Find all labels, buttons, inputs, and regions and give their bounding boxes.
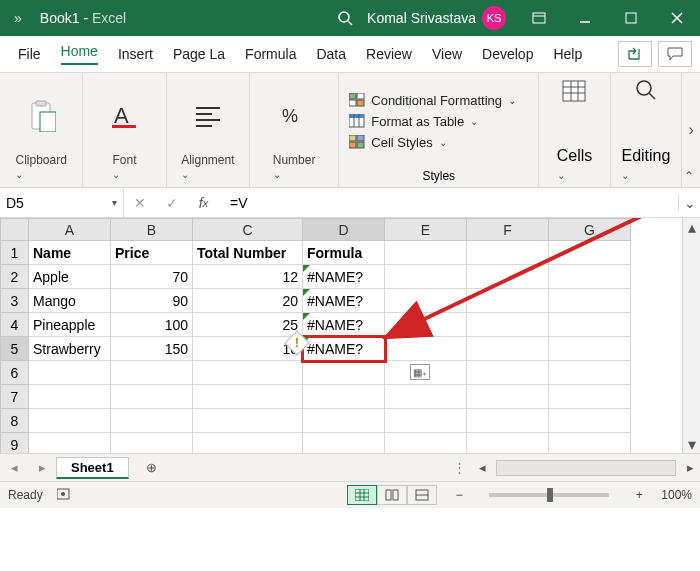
cell-F1[interactable] (467, 241, 549, 265)
worksheet-grid[interactable]: A B C D E F G 1 Name Price Total Number … (0, 218, 700, 454)
cell-E3[interactable] (385, 289, 467, 313)
row-header-9[interactable]: 9 (1, 433, 29, 455)
col-header-F[interactable]: F (467, 219, 549, 241)
name-box[interactable]: D5▾ (0, 188, 124, 217)
close-button[interactable] (654, 0, 700, 36)
tab-developer[interactable]: Develop (472, 36, 543, 72)
enter-formula-button[interactable]: ✓ (156, 188, 188, 217)
row-header-2[interactable]: 2 (1, 265, 29, 289)
next-sheet-button[interactable]: ▸ (28, 460, 56, 475)
tab-formulas[interactable]: Formula (235, 36, 306, 72)
view-page-break-button[interactable] (407, 485, 437, 505)
sheet-tab-sheet1[interactable]: Sheet1 (56, 457, 129, 479)
cell-C3[interactable]: 20 (193, 289, 303, 313)
cell-A4[interactable]: Pineapple (29, 313, 111, 337)
view-page-layout-button[interactable] (377, 485, 407, 505)
conditional-formatting-button[interactable]: Conditional Formatting ⌄ (349, 93, 528, 108)
comments-button[interactable] (658, 41, 692, 67)
zoom-level[interactable]: 100% (661, 488, 692, 502)
autofill-options-button[interactable]: ▦₊ (410, 364, 430, 380)
editing-button[interactable] (635, 79, 657, 105)
cell-B2[interactable]: 70 (111, 265, 193, 289)
col-header-A[interactable]: A (29, 219, 111, 241)
row-header-3[interactable]: 3 (1, 289, 29, 313)
tab-data[interactable]: Data (306, 36, 356, 72)
col-header-C[interactable]: C (193, 219, 303, 241)
zoom-slider[interactable] (489, 493, 609, 497)
cell-G3[interactable] (549, 289, 631, 313)
tab-file[interactable]: File (8, 36, 51, 72)
row-header-7[interactable]: 7 (1, 385, 29, 409)
scroll-left-icon[interactable]: ◂ (472, 460, 492, 475)
cancel-formula-button[interactable]: ✕ (124, 188, 156, 217)
col-header-G[interactable]: G (549, 219, 631, 241)
paste-button[interactable] (26, 79, 56, 153)
alignment-button[interactable] (194, 79, 222, 153)
font-button[interactable]: A (110, 79, 138, 153)
chevron-down-icon[interactable]: ⌄ (112, 169, 120, 180)
row-header-5[interactable]: 5 (1, 337, 29, 361)
vertical-scrollbar[interactable]: ▴ ▾ (682, 218, 700, 453)
select-all-button[interactable] (1, 219, 29, 241)
cell-F5[interactable] (467, 337, 549, 361)
macro-record-icon[interactable] (57, 488, 73, 503)
number-button[interactable]: % (280, 79, 308, 153)
cell-A5[interactable]: Strawberry (29, 337, 111, 361)
cell-D5[interactable]: #NAME? (303, 337, 385, 361)
tab-insert[interactable]: Insert (108, 36, 163, 72)
row-header-1[interactable]: 1 (1, 241, 29, 265)
user-avatar[interactable]: KS (482, 6, 506, 30)
search-icon[interactable] (337, 10, 353, 26)
cell-E1[interactable] (385, 241, 467, 265)
ribbon-display-button[interactable] (516, 0, 562, 36)
cell-F3[interactable] (467, 289, 549, 313)
chevron-down-icon[interactable]: ⌄ (557, 170, 565, 181)
cell-B5[interactable]: 150 (111, 337, 193, 361)
cell-G5[interactable] (549, 337, 631, 361)
view-normal-button[interactable] (347, 485, 377, 505)
zoom-in-button[interactable]: + (631, 488, 647, 502)
cell-G1[interactable] (549, 241, 631, 265)
scroll-up-icon[interactable]: ▴ (683, 218, 700, 236)
insert-function-button[interactable]: fx (188, 188, 220, 217)
formula-input[interactable]: =V (220, 195, 678, 211)
cell-G2[interactable] (549, 265, 631, 289)
col-header-E[interactable]: E (385, 219, 467, 241)
expand-formula-bar[interactable]: ⌄ (678, 195, 700, 211)
tab-page-layout[interactable]: Page La (163, 36, 235, 72)
cell-E4[interactable] (385, 313, 467, 337)
maximize-button[interactable] (608, 0, 654, 36)
col-header-D[interactable]: D (303, 219, 385, 241)
cell-D3[interactable]: #NAME? (303, 289, 385, 313)
tab-help[interactable]: Help (543, 36, 592, 72)
chevron-down-icon[interactable]: ⌄ (15, 169, 23, 180)
cell-A2[interactable]: Apple (29, 265, 111, 289)
cell-C1[interactable]: Total Number (193, 241, 303, 265)
tab-home[interactable]: Home (51, 36, 108, 72)
tab-view[interactable]: View (422, 36, 472, 72)
cell-C2[interactable]: 12 (193, 265, 303, 289)
user-name[interactable]: Komal Srivastava (367, 10, 476, 26)
cell-G4[interactable] (549, 313, 631, 337)
minimize-button[interactable] (562, 0, 608, 36)
row-header-6[interactable]: 6 (1, 361, 29, 385)
quick-access-chevron-icon[interactable]: » (0, 10, 36, 26)
row-header-8[interactable]: 8 (1, 409, 29, 433)
chevron-down-icon[interactable]: ⌄ (181, 169, 189, 180)
chevron-down-icon[interactable]: ⌄ (273, 169, 281, 180)
cell-D4[interactable]: #NAME? (303, 313, 385, 337)
cells-button[interactable] (561, 79, 587, 107)
zoom-out-button[interactable]: − (451, 488, 467, 502)
share-button[interactable] (618, 41, 652, 67)
cell-D1[interactable]: Formula (303, 241, 385, 265)
cell-E5[interactable] (385, 337, 467, 361)
cell-styles-button[interactable]: Cell Styles ⌄ (349, 135, 528, 150)
prev-sheet-button[interactable]: ◂ (0, 460, 28, 475)
col-header-B[interactable]: B (111, 219, 193, 241)
cell-F2[interactable] (467, 265, 549, 289)
cell-A1[interactable]: Name (29, 241, 111, 265)
chevron-down-icon[interactable]: ⌄ (621, 170, 629, 181)
scroll-down-icon[interactable]: ▾ (683, 435, 700, 453)
cell-B4[interactable]: 100 (111, 313, 193, 337)
cell-D2[interactable]: #NAME? (303, 265, 385, 289)
